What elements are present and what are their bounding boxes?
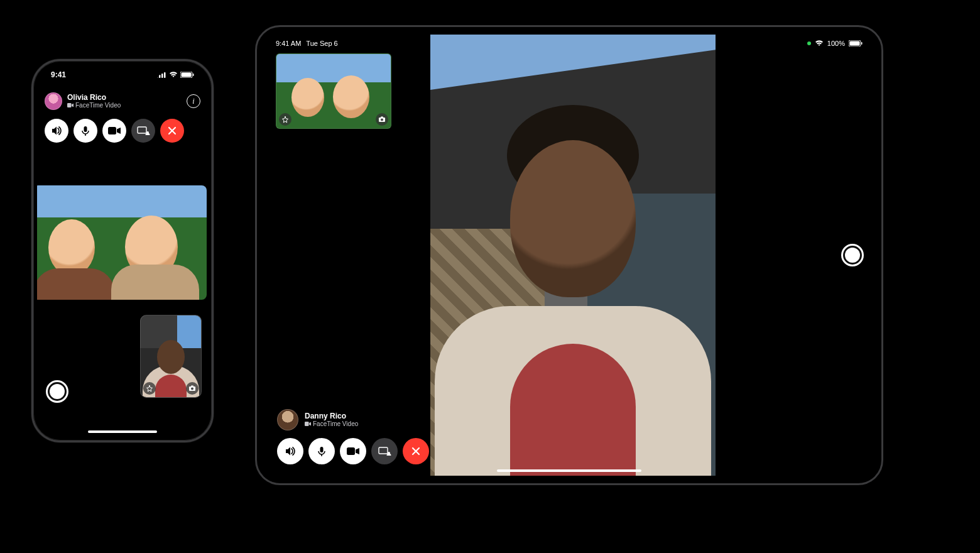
- info-button[interactable]: i: [187, 94, 200, 108]
- video-icon: [67, 103, 74, 107]
- svg-point-22: [381, 119, 383, 121]
- iphone-screen: 9:41 Olivia Rico FaceTime Video i: [37, 65, 208, 437]
- camera-active-indicator: [807, 41, 811, 45]
- speaker-button[interactable]: [45, 119, 68, 143]
- svg-rect-25: [320, 447, 324, 452]
- flip-camera-button[interactable]: [376, 113, 388, 126]
- home-indicator[interactable]: [88, 430, 157, 433]
- svg-rect-17: [191, 386, 193, 387]
- caller-meta: Danny Rico FaceTime Video: [305, 412, 358, 427]
- svg-rect-5: [182, 73, 192, 77]
- svg-rect-28: [379, 447, 388, 454]
- mic-icon: [79, 124, 92, 137]
- self-view-pip[interactable]: [276, 53, 391, 129]
- self-view-pip[interactable]: [140, 315, 202, 398]
- status-time: 9:41: [51, 70, 66, 79]
- svg-rect-3: [164, 72, 166, 78]
- svg-rect-27: [347, 447, 355, 455]
- svg-rect-8: [84, 126, 87, 132]
- video-icon: [346, 446, 360, 456]
- call-header: Danny Rico FaceTime Video: [277, 409, 358, 430]
- mute-button[interactable]: [308, 438, 335, 464]
- speaker-icon: [50, 124, 63, 137]
- call-controls: [277, 438, 866, 464]
- camera-icon: [188, 385, 196, 391]
- svg-rect-6: [193, 74, 194, 76]
- status-time: 9:41 AM: [276, 40, 301, 47]
- effects-button[interactable]: [279, 113, 291, 126]
- speaker-icon: [284, 445, 297, 457]
- svg-rect-2: [161, 74, 163, 78]
- caller-name: Olivia Rico: [67, 94, 121, 102]
- camera-button[interactable]: [102, 119, 126, 143]
- camera-icon: [378, 116, 386, 123]
- svg-rect-10: [108, 127, 116, 134]
- home-indicator[interactable]: [497, 469, 641, 472]
- star-effects-icon: [146, 385, 153, 392]
- shareplay-icon: [378, 446, 391, 456]
- caller-avatar[interactable]: [45, 92, 62, 110]
- call-controls: [45, 119, 200, 143]
- mute-button[interactable]: [74, 119, 97, 143]
- close-icon: [167, 126, 177, 136]
- caller-avatar[interactable]: [277, 409, 298, 430]
- ipad-screen: 9:41 AM Tue Sep 6 100%: [264, 35, 874, 476]
- battery-percent: 100%: [827, 40, 845, 47]
- caller-meta: Olivia Rico FaceTime Video: [67, 94, 121, 109]
- caller-name: Danny Rico: [305, 412, 358, 420]
- remote-video-tile[interactable]: [37, 185, 207, 300]
- end-call-button[interactable]: [403, 438, 429, 464]
- shareplay-icon: [136, 126, 150, 136]
- mic-icon: [315, 445, 328, 457]
- svg-rect-20: [861, 42, 863, 45]
- flip-camera-button[interactable]: [186, 382, 199, 395]
- svg-rect-19: [850, 41, 860, 46]
- star-effects-icon: [281, 116, 289, 123]
- iphone-device-frame: 9:41 Olivia Rico FaceTime Video i: [31, 59, 214, 442]
- status-icons: [156, 72, 194, 78]
- svg-rect-23: [381, 117, 383, 118]
- speaker-button[interactable]: [277, 438, 303, 464]
- svg-rect-11: [138, 127, 146, 133]
- battery-icon: [849, 40, 863, 47]
- camera-button[interactable]: [340, 438, 366, 464]
- remote-video-tile[interactable]: [430, 35, 716, 476]
- wifi-icon: [815, 40, 824, 47]
- shareplay-button[interactable]: [371, 438, 398, 464]
- svg-rect-24: [305, 422, 309, 426]
- iphone-notch: [85, 65, 160, 81]
- svg-point-16: [191, 388, 193, 390]
- video-icon: [305, 422, 311, 426]
- capture-button[interactable]: [46, 380, 68, 403]
- shareplay-button[interactable]: [131, 119, 155, 143]
- call-header: Olivia Rico FaceTime Video i: [45, 92, 200, 110]
- svg-rect-7: [67, 103, 72, 107]
- effects-button[interactable]: [143, 382, 156, 395]
- capture-button[interactable]: [841, 244, 864, 266]
- video-icon: [107, 126, 121, 136]
- caller-subtitle: FaceTime Video: [305, 420, 358, 427]
- ipad-device-frame: 9:41 AM Tue Sep 6 100%: [255, 25, 883, 485]
- close-icon: [411, 446, 421, 456]
- status-date: Tue Sep 6: [306, 40, 337, 47]
- wifi-icon: [169, 72, 178, 78]
- battery-icon: [180, 72, 194, 78]
- caller-subtitle: FaceTime Video: [67, 102, 121, 109]
- end-call-button[interactable]: [160, 119, 184, 143]
- ipad-status-bar: 9:41 AM Tue Sep 6 100%: [264, 37, 874, 50]
